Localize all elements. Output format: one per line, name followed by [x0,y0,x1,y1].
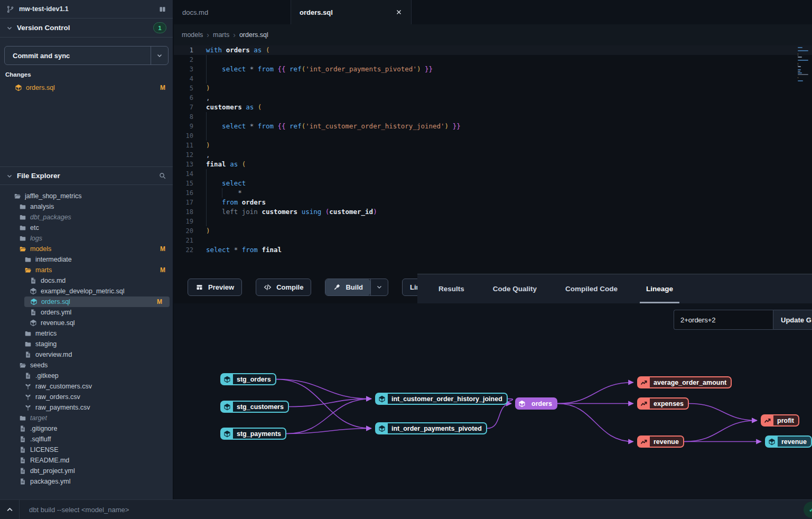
lineage-selector-input[interactable] [674,310,773,330]
preview-button[interactable]: Preview [188,279,242,296]
version-control-header[interactable]: Version Control 1 [0,18,173,38]
code-editor[interactable]: 1with orders as (23 select * from {{ ref… [174,45,812,271]
file-tree-item[interactable]: dbt_project.yml [0,466,173,476]
line-content: select * from {{ ref('int_customer_order… [206,122,812,131]
node-label: int_customer_order_history_joined [388,394,507,404]
changed-file-row[interactable]: orders.sql M [0,82,173,94]
file-tree-item[interactable]: jaffle_shop_metrics [0,191,173,201]
lineage-node-stg_orders[interactable]: stg_orders [220,373,276,385]
file-tree-item[interactable]: LICENSE [0,444,173,455]
lineage-node-revenue_metric[interactable]: revenue [637,435,684,448]
file-tree-item[interactable]: raw_orders.csv [0,392,173,402]
file-name: marts [35,266,156,274]
lineage-node-expenses[interactable]: expenses [637,397,689,410]
file-name: revenue.sql [41,319,165,327]
file-tree-item[interactable]: modelsM [0,244,173,254]
build-button-main[interactable]: Build [325,279,370,295]
file-icon [19,457,26,464]
close-tab-icon[interactable] [395,8,403,16]
line-number: 10 [174,131,193,141]
line-number: 1 [174,45,193,55]
code-line: 4 [174,74,812,84]
line-content [206,55,812,64]
file-tree-item[interactable]: .gitignore [0,423,173,434]
commit-options-caret[interactable] [151,47,168,64]
tab-results[interactable]: Results [432,274,471,303]
modified-badge: M [160,84,165,91]
file-name: dbt_project.yml [30,467,165,475]
file-tree-item[interactable]: raw_customers.csv [0,381,173,392]
breadcrumb-item[interactable]: models [182,31,203,39]
tab-lineage[interactable]: Lineage [640,274,679,303]
commit-and-sync-button[interactable]: Commit and sync [4,46,169,65]
build-button[interactable]: Build [325,279,388,296]
file-tree-item[interactable]: README.md [0,455,173,466]
cube-icon [376,423,388,433]
file-tree-item[interactable]: revenue.sql [0,318,173,328]
file-icon [19,435,26,443]
panel-columns-icon[interactable] [158,5,166,13]
lineage-edge [684,421,757,442]
lineage-node-average_order_amount[interactable]: average_order_amount [637,376,732,388]
indent-guide [206,207,207,217]
breadcrumb-item[interactable]: marts [213,31,229,39]
compile-button-main[interactable]: Compile [256,279,311,295]
breadcrumb-item[interactable]: orders.sql [239,31,268,39]
lineage-node-orders[interactable]: orders [515,397,557,410]
lineage-node-stg_customers[interactable]: stg_customers [220,401,289,413]
line-number: 22 [174,245,193,255]
editor-tab-orders-sql[interactable]: orders.sql [291,0,412,24]
line-content: select * from final [206,245,812,255]
update-graph-button[interactable]: Update G [773,310,812,330]
lineage-node-int_order_payments_pivoted[interactable]: int_order_payments_pivoted [375,422,487,434]
file-tree-item[interactable]: etc [0,223,173,233]
preview-button-main[interactable]: Preview [188,279,241,295]
line-content [206,74,812,84]
code-line: 5) [174,84,812,93]
line-number: 4 [174,74,193,84]
compile-button[interactable]: Compile [256,279,311,296]
file-tree-item[interactable]: seeds [0,360,173,370]
file-tree-item[interactable]: raw_payments.csv [0,402,173,413]
code-line: 13final as ( [174,160,812,169]
expand-command-bar-button[interactable] [0,500,20,519]
folder-icon [24,256,32,263]
line-number: 16 [174,188,193,198]
build-options-caret[interactable] [370,279,388,295]
search-icon[interactable] [158,172,166,180]
repo-name: mw-test-idev1.1 [19,5,154,13]
file-tree-item[interactable]: staging [0,339,173,349]
cube-icon [376,394,388,404]
lineage-node-int_customer_order_history_joined[interactable]: int_customer_order_history_joined [375,393,508,405]
editor-minimap[interactable] [798,47,809,82]
file-tree-item[interactable]: orders.sqlM [24,296,170,307]
tab-code-quality[interactable]: Code Quality [487,274,543,303]
file-tree-item[interactable]: target [0,413,173,423]
breadcrumb-separator-icon: › [207,31,209,39]
file-tree-item[interactable]: metrics [0,328,173,339]
file-tree-item[interactable]: .gitkeep [0,370,173,381]
tab-compiled-code[interactable]: Compiled Code [559,274,624,303]
file-tree-item[interactable]: dbt_packages [0,212,173,223]
lineage-node-profit[interactable]: profit [761,414,799,427]
file-tree-item[interactable]: overview.md [0,349,173,360]
file-name: raw_customers.csv [35,383,165,390]
file-tree-item[interactable]: martsM [0,265,173,275]
file-tree-item[interactable]: example_develop_metric.sql [0,286,173,296]
lineage-edge [276,379,371,399]
dbt-command-input[interactable] [20,506,812,514]
file-tree-item[interactable]: analysis [0,201,173,212]
status-indicator[interactable]: ✓ [804,502,812,518]
file-tree-item[interactable]: orders.yml [0,307,173,318]
editor-tab-docs-md[interactable]: docs.md [174,0,291,24]
file-explorer-header[interactable]: File Explorer [0,166,173,185]
file-tree-item[interactable]: logs [0,233,173,244]
file-tree-item[interactable]: .sqlfluff [0,434,173,444]
file-tree-item[interactable]: packages.yml [0,476,173,487]
file-tree-item[interactable]: docs.md [0,275,173,286]
lineage-node-stg_payments[interactable]: stg_payments [220,428,286,440]
code-line: 2 [174,55,812,64]
file-tree-item[interactable]: intermediate [0,254,173,265]
model-cube-icon [30,298,38,305]
lineage-node-revenue_model[interactable]: revenue [765,435,812,448]
